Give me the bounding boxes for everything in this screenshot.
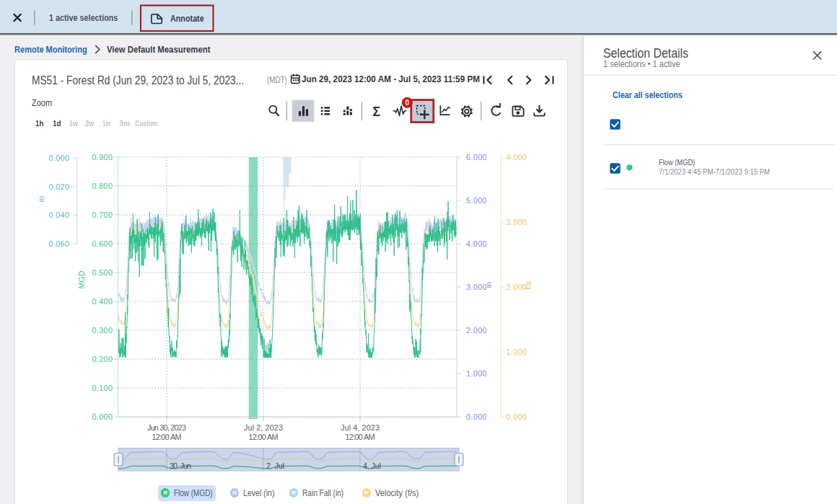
svg-text:0.600: 0.600 [92,239,113,248]
svg-text:0: 0 [406,99,410,107]
svg-text:Jul 4, 2023: Jul 4, 2023 [341,423,380,432]
svg-text:0.500: 0.500 [92,268,113,277]
svg-text:12:00 AM: 12:00 AM [152,433,182,441]
svg-text:4. Jul: 4. Jul [363,461,381,470]
svg-text:6.000: 6.000 [466,153,487,162]
svg-text:4.000: 4.000 [507,153,527,162]
svg-text:0.400: 0.400 [92,297,113,306]
svg-text:Jul 2, 2023: Jul 2, 2023 [244,423,283,432]
svg-text:0.300: 0.300 [92,326,113,335]
svg-text:0.040: 0.040 [48,211,69,219]
svg-text:0.700: 0.700 [92,211,113,219]
svg-text:0.000: 0.000 [92,412,113,421]
svg-text:0.100: 0.100 [92,384,113,392]
svg-text:4.000: 4.000 [466,239,487,248]
svg-text:30. Jun: 30. Jun [170,461,191,470]
svg-text:1.000: 1.000 [466,369,487,378]
svg-text:12:00 AM: 12:00 AM [346,433,375,441]
svg-text:0.200: 0.200 [92,355,113,363]
svg-text:in: in [484,282,493,288]
svg-text:5.000: 5.000 [466,196,487,205]
svg-text:0.000: 0.000 [466,412,487,421]
svg-text:0.060: 0.060 [48,239,69,248]
svg-text:0.020: 0.020 [48,182,69,191]
svg-text:Σ: Σ [373,105,381,119]
svg-text:3.000: 3.000 [507,218,527,226]
svg-text:f/s: f/s [524,281,533,290]
svg-text:0.000: 0.000 [507,412,527,421]
svg-text:1.000: 1.000 [507,348,527,356]
svg-text:MGD: MGD [77,270,86,288]
svg-text:2.000: 2.000 [466,326,487,335]
svg-text:0.900: 0.900 [92,153,113,162]
svg-text:in: in [37,196,45,202]
svg-text:Jun 30, 2023: Jun 30, 2023 [147,423,186,432]
svg-text:2. Jul: 2. Jul [266,461,284,470]
svg-text:12:00 AM: 12:00 AM [249,433,279,441]
svg-text:0.800: 0.800 [92,182,113,190]
svg-text:0.000: 0.000 [48,154,69,162]
